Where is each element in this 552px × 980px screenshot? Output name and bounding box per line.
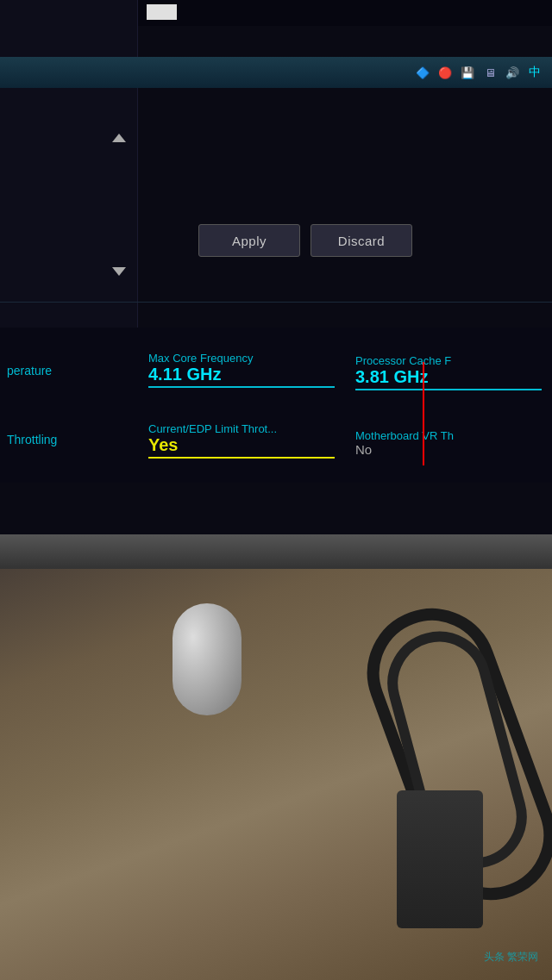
taskbar: 🔷 🔴 💾 🖥 🔊 中 [0,57,552,88]
motherboard-vr-value: No [355,442,542,457]
throttling-label: Throttling [7,433,131,446]
max-core-freq-label: Max Core Frequency [148,352,335,365]
data-section: perature Throttling Max Core Frequency 4… [0,328,552,483]
scroll-up-arrow[interactable] [112,134,126,142]
motherboard-vr-label: Motherboard VR Th [355,429,542,442]
taskbar-icon-1[interactable]: 🔷 [414,64,431,81]
screen-area: Apply Discard perature Throttling Max Co… [0,0,552,534]
taskbar-icon-6[interactable]: 中 [526,64,543,81]
right-data-column: Processor Cache F 3.81 GHz Motherboard V… [345,328,552,483]
taskbar-icon-4[interactable]: 🖥 [481,64,499,81]
motherboard-vr-item: Motherboard VR Th No [355,429,542,457]
processor-cache-value: 3.81 GHz [355,367,542,390]
scroll-down-arrow[interactable] [112,267,126,276]
edp-limit-item: Current/EDP Limit Throt... Yes [148,422,335,459]
edp-limit-label: Current/EDP Limit Throt... [148,422,335,435]
photo-area [0,534,552,980]
watermark: 头条 繁荣网 [484,950,538,964]
separator-line-1 [0,302,552,303]
apply-button[interactable]: Apply [198,224,300,257]
red-indicator-line [423,362,424,465]
middle-data-column: Max Core Frequency 4.11 GHz Current/EDP … [138,328,345,483]
max-core-freq-item: Max Core Frequency 4.11 GHz [148,352,335,388]
processor-cache-item: Processor Cache F 3.81 GHz [355,354,542,390]
edp-limit-value: Yes [148,435,335,459]
temperature-label: perature [7,364,131,378]
monitor-bezel [0,534,552,569]
pipe-bottle [172,603,242,715]
taskbar-icon-3[interactable]: 💾 [459,64,476,81]
taskbar-icon-5[interactable]: 🔊 [504,64,521,81]
left-labels-column: perature Throttling [0,328,138,483]
buttons-row: Apply Discard [198,224,412,257]
top-white-rect [147,4,177,20]
taskbar-icon-2[interactable]: 🔴 [436,64,454,81]
discard-button[interactable]: Discard [310,224,412,257]
vga-connector [397,790,483,928]
max-core-freq-value: 4.11 GHz [148,365,335,388]
processor-cache-label: Processor Cache F [355,354,542,367]
